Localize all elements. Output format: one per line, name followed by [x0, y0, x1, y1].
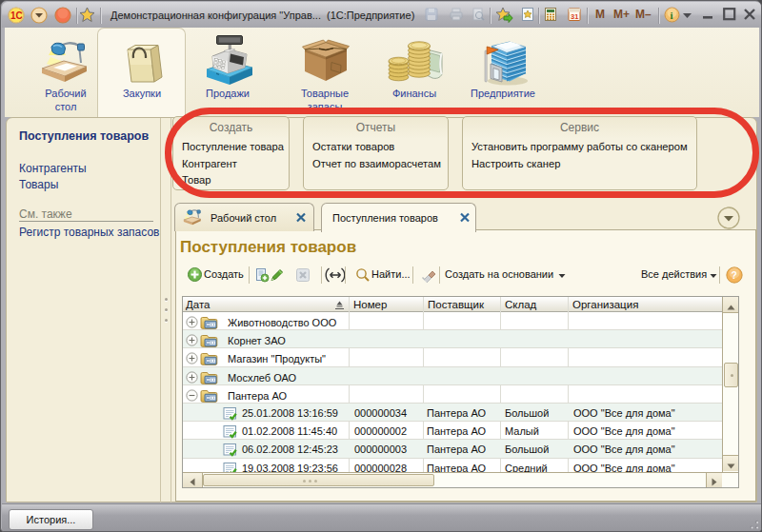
- svg-text:1C: 1C: [10, 10, 23, 21]
- svg-text:i: i: [671, 10, 673, 21]
- svg-text:?: ?: [732, 270, 737, 281]
- svg-text:31: 31: [571, 12, 578, 21]
